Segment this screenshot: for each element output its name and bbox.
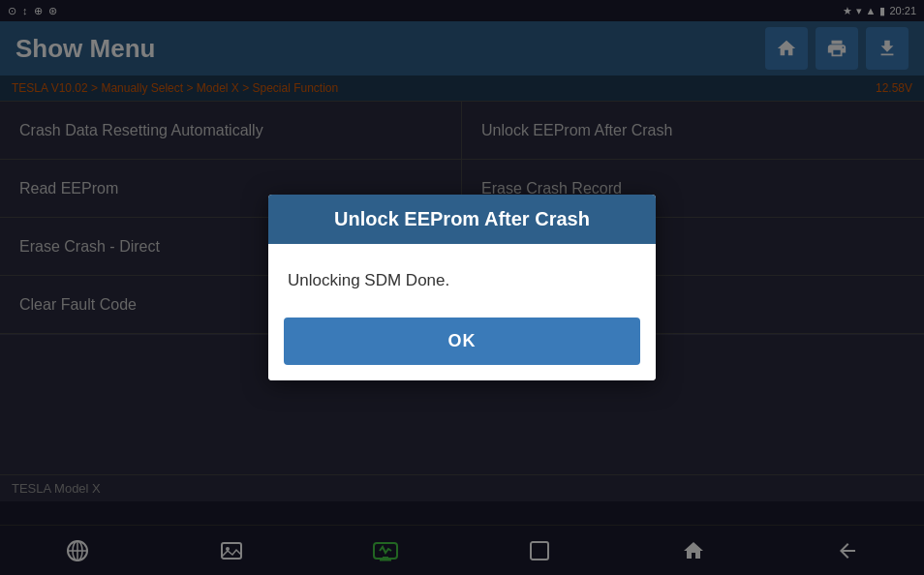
modal-header: Unlock EEProm After Crash bbox=[268, 195, 656, 244]
modal-title: Unlock EEProm After Crash bbox=[334, 208, 590, 229]
ok-button[interactable]: OK bbox=[284, 318, 640, 365]
modal-overlay: Unlock EEProm After Crash Unlocking SDM … bbox=[0, 0, 924, 575]
modal-dialog: Unlock EEProm After Crash Unlocking SDM … bbox=[268, 195, 656, 380]
modal-footer: OK bbox=[268, 318, 656, 380]
modal-message: Unlocking SDM Done. bbox=[288, 271, 449, 289]
modal-body: Unlocking SDM Done. bbox=[268, 244, 656, 318]
